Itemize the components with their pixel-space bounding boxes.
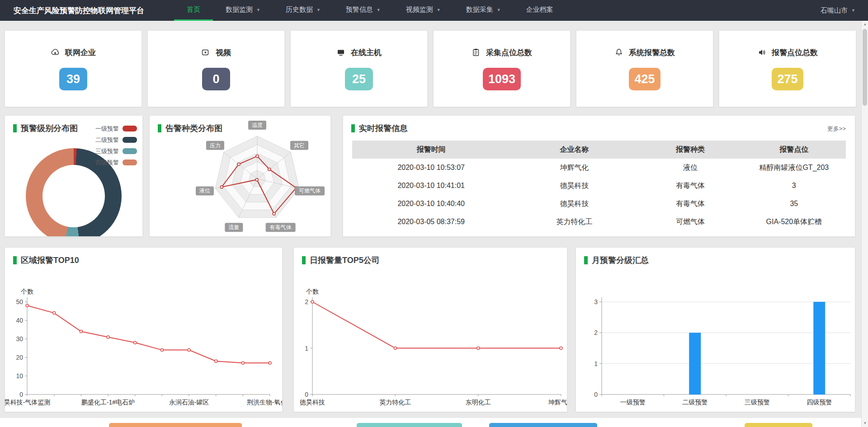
- y-axis-title: 个数: [20, 288, 33, 295]
- monitor-icon: [336, 48, 345, 57]
- x-category-label: 坤辉气化: [548, 399, 567, 406]
- daily-top5-line-chart: 012个数德昊科技英力特化工东明化工坤辉气化: [294, 248, 567, 412]
- x-category-label: 昊科技-气体监测: [5, 399, 50, 406]
- scroll-down-icon[interactable]: ▼: [862, 420, 868, 427]
- region-selector[interactable]: 石嘴山市 ▼: [821, 6, 855, 15]
- legend-label: 四级预警: [95, 159, 119, 167]
- y-tick-label: 0: [594, 391, 598, 398]
- y-tick-label: 1: [305, 345, 308, 352]
- stat-card-value-badge: 0: [202, 68, 230, 90]
- data-point: [188, 349, 190, 352]
- radar-point: [268, 168, 271, 171]
- x-category-label: 二级预警: [682, 399, 708, 406]
- x-category-label: 英力特化工: [379, 399, 411, 406]
- table-row[interactable]: 2020-03-10 10:41:01德昊科技有毒气体3: [352, 177, 846, 195]
- chevron-down-icon: ▼: [316, 8, 321, 12]
- table-cell: 35: [742, 200, 846, 208]
- table-row[interactable]: 2020-03-10 10:53:07坤辉气化液位精醇南罐液位GT_203: [352, 159, 846, 177]
- x-category-label: 一级预警: [620, 399, 646, 406]
- legend-item-一级预警[interactable]: 一级预警: [95, 123, 137, 134]
- panel-alarm-type-radar: 告警种类分布图 温度其它可燃气体有毒气体流量液位压力: [149, 115, 331, 237]
- table-cell: 德昊科技: [510, 181, 638, 191]
- stat-card-value-badge: 39: [59, 68, 87, 90]
- data-point: [241, 361, 244, 364]
- stat-card-视频: 视频0: [147, 30, 285, 107]
- y-tick-label: 2: [594, 329, 598, 336]
- chevron-down-icon: ▼: [377, 8, 381, 12]
- table-cell: 德昊科技: [510, 199, 638, 209]
- title-marker: [13, 256, 17, 264]
- y-tick-label: 0: [305, 391, 308, 398]
- stat-card-value-badge: 275: [772, 68, 803, 90]
- legend-swatch: [123, 148, 137, 154]
- stat-card-label: 系统报警总数: [629, 47, 675, 58]
- table-cell: GIA-520单体贮槽: [742, 217, 846, 227]
- cloud-upload-icon: [51, 48, 60, 57]
- nav-item-预警信息[interactable]: 预警信息▼: [333, 0, 393, 21]
- panel-title: 实时报警信息: [351, 123, 408, 134]
- stat-card-header: 采集点位总数: [472, 47, 532, 58]
- stat-card-在线主机: 在线主机25: [290, 30, 428, 107]
- dashboard: 安全生产风险预警防控物联网管理平台 首页数据监测▼历史数据▼预警信息▼视频监测▼…: [0, 0, 868, 427]
- nav-item-企业档案[interactable]: 企业档案: [514, 0, 566, 21]
- scrollbar-thumb[interactable]: [863, 29, 867, 106]
- nav-item-数据采集[interactable]: 数据采集▼: [453, 0, 514, 21]
- table-row[interactable]: 2020-03-05 08:37:59英力特化工可燃气体GIA-520单体贮槽: [352, 213, 846, 231]
- stat-card-系统报警总数: 系统报警总数425: [576, 30, 713, 107]
- next-row-segment: [489, 423, 597, 427]
- data-point: [215, 360, 217, 362]
- monthly-levels-bar-chart: 0123一级预警二级预警三级预警四级预警: [576, 248, 855, 412]
- bar-四级预警: [813, 302, 825, 394]
- y-tick-label: 50: [16, 298, 23, 305]
- data-point: [160, 349, 163, 352]
- stat-card-header: 系统报警总数: [614, 47, 675, 58]
- y-tick-label: 2: [305, 298, 308, 305]
- table-cell: 英力特化工: [510, 217, 638, 227]
- table-cell: 3: [742, 182, 846, 190]
- legend-item-四级预警[interactable]: 四级预警: [95, 157, 137, 168]
- table-cell: 可燃气体: [638, 217, 742, 227]
- panel-title-text: 实时报警信息: [359, 123, 408, 134]
- table-cell: 有毒气体: [638, 199, 742, 209]
- nav-item-数据监测[interactable]: 数据监测▼: [213, 0, 273, 21]
- table-header-cell: 报警时间: [352, 145, 510, 155]
- stat-card-label: 在线主机: [351, 47, 382, 58]
- panel-title: 预警级别分布图: [13, 123, 78, 134]
- nav-item-视频监测[interactable]: 视频监测▼: [393, 0, 453, 21]
- legend-item-三级预警[interactable]: 三级预警: [95, 145, 137, 157]
- table-header-row: 报警时间企业名称报警种类报警点位: [352, 141, 846, 159]
- chevron-down-icon: ▼: [851, 8, 855, 13]
- speaker-icon: [757, 48, 766, 57]
- scroll-up-icon[interactable]: ▲: [862, 21, 868, 28]
- stat-card-label: 联网企业: [65, 47, 96, 58]
- more-link[interactable]: 更多>>: [827, 125, 846, 133]
- next-row-segment: [745, 423, 812, 427]
- table-cell: 2020-03-10 10:40:40: [352, 200, 510, 208]
- x-category-label: 德昊科技: [299, 399, 325, 406]
- radar-chart: 温度其它可燃气体有毒气体流量液位压力: [150, 116, 331, 236]
- data-point: [269, 361, 271, 364]
- stat-card-value-badge: 25: [345, 68, 373, 90]
- line-series: [27, 305, 270, 363]
- chevron-down-icon: ▼: [256, 8, 260, 12]
- legend-item-二级预警[interactable]: 二级预警: [95, 134, 137, 145]
- data-point: [107, 336, 109, 338]
- x-category-label: 永润石油-罐区: [169, 399, 209, 406]
- radar-axis-label: 温度: [252, 122, 263, 128]
- nav-item-历史数据[interactable]: 历史数据▼: [273, 0, 333, 21]
- nav-item-首页[interactable]: 首页: [174, 0, 213, 21]
- radar-axis-label: 压力: [210, 142, 221, 149]
- y-tick-label: 1: [594, 360, 598, 367]
- stat-card-header: 在线主机: [336, 47, 382, 58]
- table-cell: 2020-03-05 08:37:59: [352, 218, 510, 226]
- x-category-label: 荆洪生物-氧化反: [247, 399, 282, 406]
- nav-item-label: 企业档案: [526, 5, 553, 14]
- data-point: [560, 347, 562, 350]
- title-marker: [584, 256, 588, 264]
- top-nav: 安全生产风险预警防控物联网管理平台 首页数据监测▼历史数据▼预警信息▼视频监测▼…: [0, 0, 868, 21]
- table-row[interactable]: 2020-03-10 10:40:40德昊科技有毒气体35: [352, 195, 846, 213]
- clipboard-icon: [472, 48, 481, 57]
- data-point: [80, 330, 82, 333]
- vertical-scrollbar[interactable]: ▲ ▼: [861, 21, 868, 427]
- title-marker: [13, 124, 17, 132]
